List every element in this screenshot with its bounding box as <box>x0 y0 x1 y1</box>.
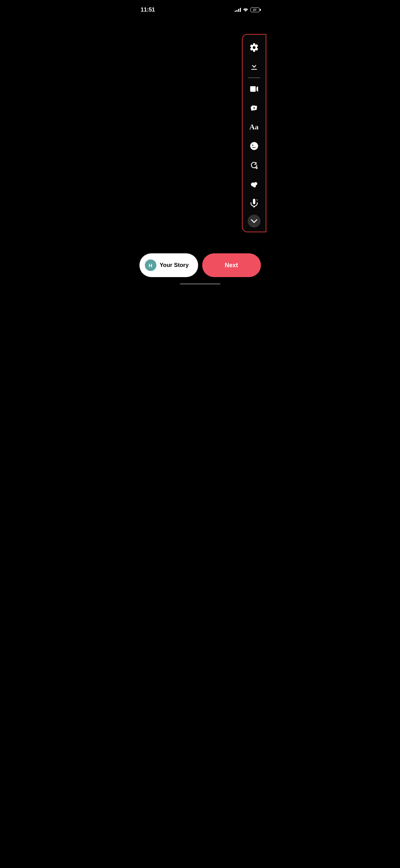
status-time: 11:51 <box>141 6 155 13</box>
timer-button[interactable] <box>245 156 263 174</box>
cards-button[interactable] <box>245 99 263 117</box>
chevron-down-icon <box>251 219 257 223</box>
avatar: H <box>145 259 156 271</box>
signal-bars-icon <box>235 8 241 12</box>
svg-point-13 <box>253 184 256 187</box>
video-clip-icon <box>249 84 259 94</box>
bottom-bar: H Your Story Next <box>134 249 266 287</box>
sticker-icon <box>249 141 259 151</box>
settings-button[interactable] <box>245 39 263 56</box>
next-button[interactable]: Next <box>202 253 261 277</box>
timer-icon <box>249 160 259 170</box>
svg-point-9 <box>252 144 253 146</box>
download-icon <box>249 62 259 71</box>
your-story-label: Your Story <box>160 262 189 269</box>
your-story-button[interactable]: H Your Story <box>139 253 198 277</box>
video-clip-button[interactable] <box>245 80 263 98</box>
wifi-icon <box>243 8 248 12</box>
status-icons: 27 <box>235 7 260 12</box>
text-aa-icon: Aa <box>249 123 259 131</box>
status-bar: 11:51 27 <box>134 0 266 15</box>
effects-button[interactable] <box>245 175 263 193</box>
more-button[interactable] <box>248 215 261 228</box>
svg-point-0 <box>245 12 246 12</box>
svg-rect-2 <box>250 86 255 91</box>
voiceover-button[interactable] <box>245 194 263 212</box>
cards-icon <box>249 103 259 113</box>
sticker-button[interactable] <box>245 137 263 155</box>
svg-point-8 <box>250 142 258 150</box>
svg-marker-3 <box>256 86 258 91</box>
home-indicator <box>180 283 221 285</box>
effects-icon <box>249 179 259 189</box>
download-button[interactable] <box>245 58 263 75</box>
right-toolbar: Aa <box>242 34 266 232</box>
toolbar-divider <box>248 77 260 78</box>
gear-icon <box>249 43 259 52</box>
avatar-letter: H <box>149 263 152 268</box>
voiceover-icon <box>249 198 259 208</box>
text-button[interactable]: Aa <box>245 118 263 136</box>
next-label: Next <box>225 262 238 269</box>
battery-icon: 27 <box>250 7 260 12</box>
